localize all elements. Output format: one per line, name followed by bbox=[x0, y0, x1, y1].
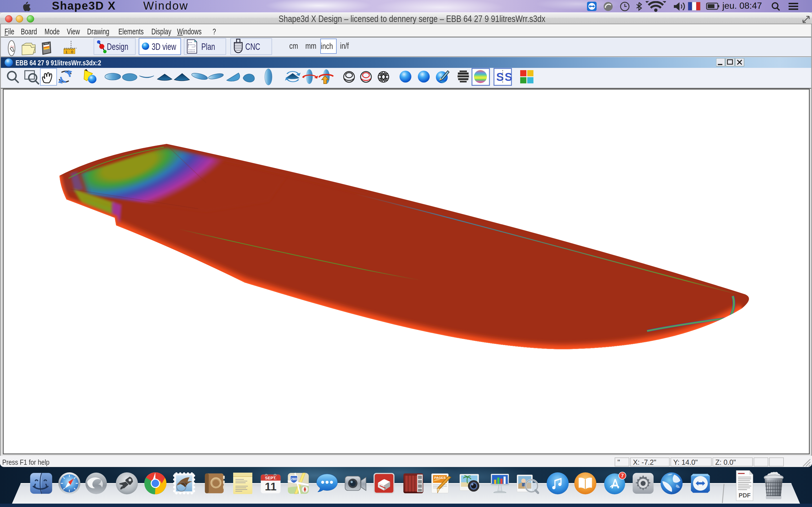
svg-text:1: 1 bbox=[65, 50, 67, 54]
svg-text:SEPT.: SEPT. bbox=[265, 476, 276, 480]
svg-text:PAGES: PAGES bbox=[434, 476, 446, 480]
svg-text:S: S bbox=[505, 71, 512, 83]
svg-text:PDF: PDF bbox=[739, 492, 751, 499]
svg-text:0: 0 bbox=[71, 50, 73, 54]
svg-text:11: 11 bbox=[265, 481, 276, 493]
svg-text:7: 7 bbox=[621, 473, 624, 478]
svg-text:280: 280 bbox=[291, 477, 297, 481]
